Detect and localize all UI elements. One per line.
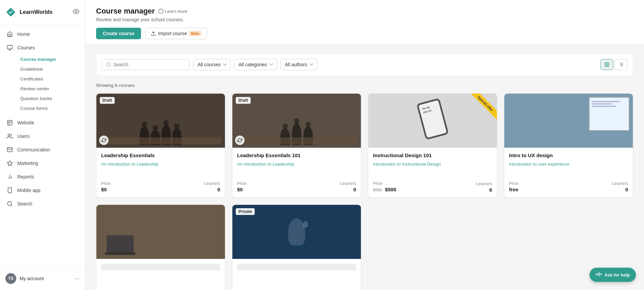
beta-badge: Beta — [189, 31, 201, 36]
grid-view-button[interactable] — [600, 59, 613, 70]
authors-filter-select[interactable]: All authors — [280, 59, 317, 70]
refresh-icon[interactable] — [99, 136, 109, 145]
sidebar-item-communication[interactable]: Communication — [0, 143, 85, 156]
list-view-button[interactable] — [615, 59, 627, 70]
sidebar-item-search[interactable]: Search — [0, 197, 85, 211]
users-icon — [6, 133, 13, 140]
svg-rect-22 — [607, 65, 609, 67]
course-description: An introduction to Leadership — [101, 161, 220, 174]
course-title: Leadership Essentials — [101, 152, 220, 158]
svg-rect-9 — [8, 188, 12, 193]
price-value: $500 — [385, 187, 396, 192]
sidebar-item-label-search: Search — [17, 201, 32, 207]
price-label: Price — [373, 181, 396, 186]
card-body: Leadership Essentials 101 An introductio… — [232, 148, 361, 174]
draft-badge: Draft — [236, 97, 251, 104]
search-input-icon — [106, 62, 111, 67]
sidebar-item-review-center[interactable]: Review center — [16, 84, 85, 94]
sidebar-item-question-banks[interactable]: Question banks — [16, 94, 85, 103]
sidebar-item-label-mobile: Mobile app — [17, 188, 41, 193]
sidebar-item-website[interactable]: Website — [0, 116, 85, 129]
sidebar-item-home[interactable]: Home — [0, 27, 85, 41]
info-icon — [158, 8, 164, 14]
course-title: Leadership Essentials 101 — [237, 152, 356, 158]
learnworlds-logo-icon — [5, 7, 16, 18]
page-title: Course manager — [96, 7, 155, 16]
preview-icon[interactable] — [73, 8, 79, 16]
page-subtitle: Review and manage your school courses. — [96, 17, 633, 22]
special-offer-ribbon — [470, 94, 497, 121]
sidebar-item-course-manager[interactable]: Course manager — [16, 54, 85, 64]
avatar: TS — [5, 273, 16, 284]
svg-point-17 — [107, 63, 110, 66]
learn-more-link[interactable]: Learn more — [158, 8, 187, 14]
course-card[interactable]: Intro to UX design Introduction to user … — [504, 93, 633, 198]
home-icon — [6, 31, 13, 38]
sidebar-item-label-reports: Reports — [17, 174, 34, 179]
categories-filter-select[interactable]: All categories — [234, 59, 277, 70]
ask-for-help-button[interactable]: Ask for help — [590, 268, 636, 282]
course-description — [237, 273, 356, 287]
learners-value: 0 — [612, 187, 628, 192]
svg-marker-5 — [7, 161, 13, 166]
course-image — [96, 205, 225, 259]
sidebar-item-course-forms[interactable]: Course forms — [16, 103, 85, 113]
sidebar-item-users[interactable]: Users — [0, 129, 85, 143]
private-badge: Private — [236, 208, 255, 215]
course-title — [237, 264, 356, 270]
course-card[interactable]: Draft Leadership Essentials An introduct… — [96, 93, 225, 198]
course-card[interactable]: Private Price — Learners — — [232, 204, 361, 290]
card-footer: Price $0 Learners 0 — [96, 177, 225, 197]
sidebar-item-label-home: Home — [17, 31, 30, 37]
card-footer: Price free Learners 0 — [504, 177, 633, 197]
course-description: Introduction to user experience — [509, 161, 628, 174]
marketing-icon — [6, 160, 13, 167]
learners-label: Learners — [476, 182, 492, 186]
card-footer: Price $680 $500 Learners 6 — [368, 177, 497, 197]
svg-rect-2 — [7, 45, 13, 49]
svg-point-11 — [7, 201, 12, 206]
my-account-item[interactable]: TS My account ··· — [0, 270, 85, 287]
learners-value: 0 — [340, 187, 356, 192]
courses-filter-select[interactable]: All courses Published Draft Private — [193, 59, 231, 70]
showing-count: Showing 6 courses — [96, 83, 633, 88]
course-description: An introduction to Leadership — [237, 161, 356, 174]
sidebar-item-marketing[interactable]: Marketing — [0, 156, 85, 170]
sidebar-logo[interactable]: LearnWorlds — [0, 0, 85, 25]
course-card[interactable]: Draft Leadership Essentials 101 An intro… — [232, 93, 361, 198]
header-actions: Create course Import course Beta — [96, 28, 633, 39]
svg-rect-21 — [605, 65, 606, 67]
card-body — [96, 259, 225, 287]
svg-rect-3 — [7, 120, 12, 125]
courses-icon — [6, 44, 13, 51]
price-label: Price — [237, 181, 246, 186]
sidebar-item-label-communication: Communication — [17, 147, 50, 152]
sidebar-item-mobile-app[interactable]: Mobile app — [0, 184, 85, 197]
course-grid-row2: Price — Learners — Private — [96, 204, 633, 290]
sidebar-item-reports[interactable]: Reports — [0, 170, 85, 184]
reports-icon — [6, 173, 13, 180]
price-label: Price — [509, 181, 519, 186]
svg-rect-0 — [6, 7, 15, 17]
sidebar-item-courses[interactable]: Courses — [0, 41, 85, 54]
search-box[interactable] — [102, 59, 190, 70]
search-input[interactable] — [113, 62, 185, 67]
svg-point-1 — [75, 11, 77, 13]
course-image: Draft — [96, 94, 225, 148]
megaphone-icon — [596, 272, 602, 278]
course-card[interactable]: Price — Learners — — [96, 204, 225, 290]
import-course-button[interactable]: Import course Beta — [145, 28, 207, 39]
course-title: Intro to UX design — [509, 152, 628, 158]
card-body: Intro to UX design Introduction to user … — [504, 148, 633, 174]
more-options-icon[interactable]: ··· — [74, 275, 79, 282]
main-content: Course manager Learn more Review and man… — [85, 0, 644, 290]
sidebar-item-certificates[interactable]: Certificates — [16, 74, 85, 84]
create-course-button[interactable]: Create course — [96, 28, 141, 39]
refresh-icon[interactable] — [235, 136, 245, 145]
sidebar-item-gradebook[interactable]: Gradebook — [16, 64, 85, 74]
course-image: Private — [232, 205, 361, 259]
draft-badge: Draft — [100, 97, 115, 104]
course-card[interactable]: de·sigrda·zin Instructional Design 101 I… — [368, 93, 497, 198]
sidebar: LearnWorlds Home — [0, 0, 85, 290]
view-toggle — [600, 59, 627, 70]
